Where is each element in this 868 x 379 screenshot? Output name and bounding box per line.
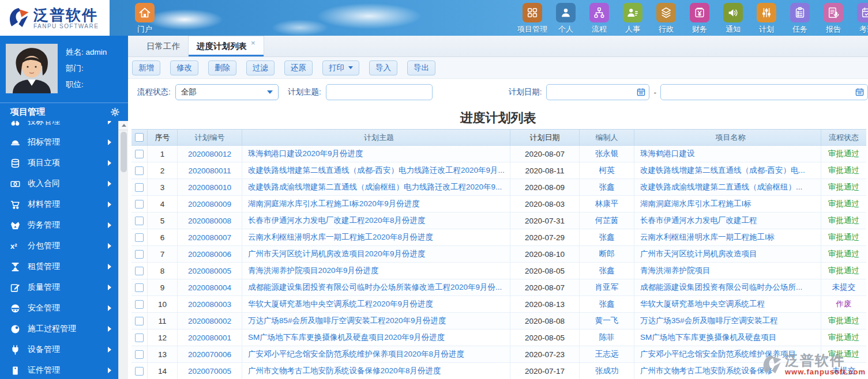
row-checkbox[interactable]	[135, 166, 144, 175]
project-name-link[interactable]: 华软大厦研究基地中央空调系统工程	[640, 299, 765, 309]
project-name-link[interactable]: 广安邓小平纪念馆安全防范系统维护保养项目	[640, 349, 796, 359]
row-checkbox[interactable]	[135, 233, 144, 242]
plan-subject-link[interactable]: SM广场地下车库更换摄像机及硬盘项目2020年9月份进度	[248, 332, 445, 343]
sidebar-item-lease-management[interactable]: 租赁管理	[0, 256, 118, 277]
author-link[interactable]: 张成功	[595, 366, 619, 376]
plan-number-link[interactable]: 2020080004	[188, 283, 231, 292]
plan-subject-link[interactable]: 青海洪湖养护院项目2020年9月份进度	[248, 266, 379, 276]
author-link[interactable]: 张鑫	[599, 182, 615, 192]
plan-number-link[interactable]: 2020080003	[188, 300, 231, 309]
tab-close-icon[interactable]: ×	[251, 39, 255, 47]
sidebar-item-project-initiation[interactable]: 项目立项	[0, 153, 118, 173]
row-checkbox[interactable]	[135, 300, 144, 309]
topnav-item-plan[interactable]: 计划	[750, 3, 783, 36]
print-button[interactable]: 打印	[322, 60, 359, 75]
status-select[interactable]: 全部	[175, 84, 279, 100]
author-link[interactable]: 断郎	[599, 249, 615, 259]
author-link[interactable]: 肖亚军	[595, 282, 619, 293]
project-name-link[interactable]: 珠海鹤港口建设	[640, 149, 695, 159]
import-button[interactable]: 导入	[369, 60, 397, 75]
author-link[interactable]: 黄一飞	[595, 316, 619, 326]
plan-subject-link[interactable]: 湖南洞庭湖水库引水工程施工I标2020年9月份进度	[248, 199, 420, 209]
tab-daily-work[interactable]: 日常工作	[138, 36, 188, 56]
scrollbar-thumb[interactable]	[121, 132, 127, 172]
row-checkbox[interactable]	[135, 283, 144, 292]
date-to-input[interactable]	[660, 84, 868, 100]
topnav-item-admin[interactable]: 行政	[649, 3, 683, 36]
row-checkbox[interactable]	[135, 217, 144, 225]
calendar-icon[interactable]	[855, 88, 864, 96]
sidebar-item-certificate-management[interactable]: 证件管理	[0, 360, 118, 379]
topnav-item-report[interactable]: 报告	[817, 3, 850, 36]
project-name-link[interactable]: 云南水利枢纽潜明水库一期工程施工I标	[640, 232, 775, 242]
plan-number-link[interactable]: 2020080002	[188, 317, 231, 325]
plan-number-link[interactable]: 2020080010	[188, 183, 231, 192]
plan-subject-link[interactable]: 广州市文物考古工地安防系统设备保修2020年8月份进度	[248, 366, 441, 376]
plan-number-link[interactable]: 2020070005	[188, 367, 231, 376]
author-link[interactable]: 王志远	[595, 349, 619, 359]
sidebar-item-material-management[interactable]: 材料管理	[0, 194, 118, 215]
date-from-input[interactable]	[546, 84, 649, 100]
sidebar-item-tender-management[interactable]: 招标管理	[0, 132, 118, 153]
row-checkbox[interactable]	[135, 200, 144, 209]
sidebar-item-income-contract[interactable]: 收入合同	[0, 173, 118, 194]
plan-subject-link[interactable]: 改建铁路线增建第二线直通线（成都-西安）电力线路迁改工程2020年9月...	[248, 165, 505, 176]
plan-number-link[interactable]: 2020080001	[188, 333, 231, 342]
calendar-icon[interactable]	[637, 88, 645, 96]
sidebar-item-equipment-management[interactable]: 设备管理	[0, 339, 118, 360]
delete-button[interactable]: 删除	[208, 60, 236, 75]
topnav-item-portal[interactable]: 门户	[128, 3, 161, 35]
plan-subject-link[interactable]: 珠海鹤港口建设2020年9月份进度	[248, 149, 363, 159]
row-checkbox[interactable]	[135, 267, 144, 275]
sidebar-item-construction-process[interactable]: 施工过程管理	[0, 319, 118, 339]
sidebar-item-subcontract-management[interactable]: x² 分包管理	[0, 236, 118, 256]
plan-subject-link[interactable]: 成都能源建设集团投资有限公司临时办公场所装修改造工程2020年9月份...	[248, 282, 502, 293]
project-name-link[interactable]: SM广场地下车库更换摄像机及硬盘项目	[640, 332, 776, 343]
project-name-link[interactable]: 湖南洞庭湖水库引水工程施工I标	[640, 199, 751, 209]
topnav-item-notice[interactable]: 通知	[716, 3, 750, 36]
project-name-link[interactable]: 改建铁路成渝线增建第二直通线（成渝枢纽）...	[640, 182, 802, 192]
project-name-link[interactable]: 长春市伊通河水力发电厂改建工程	[640, 215, 757, 226]
row-checkbox[interactable]	[135, 150, 144, 158]
topnav-item-workflow[interactable]: 流程	[583, 3, 616, 36]
project-name-link[interactable]: 广州市天河区统计局机房改造项目	[640, 249, 757, 259]
author-link[interactable]: 张鑫	[599, 266, 615, 276]
plan-number-link[interactable]: 2020080008	[188, 217, 231, 225]
row-checkbox[interactable]	[135, 183, 144, 192]
project-name-link[interactable]: 广州市文物考古工地安防系统设备保修	[640, 366, 773, 376]
author-link[interactable]: 张永银	[595, 149, 619, 159]
topnav-item-finance[interactable]: 财务	[683, 3, 716, 36]
row-checkbox[interactable]	[135, 350, 144, 359]
author-link[interactable]: 张鑫	[599, 299, 615, 309]
sidebar-item-bid-management[interactable]: 投标管理	[0, 121, 118, 132]
sidebar-item-quality-management[interactable]: 质量管理	[0, 277, 118, 298]
project-name-link[interactable]: 改建铁路线增建第二线直通线（成都-西安）电...	[640, 165, 805, 176]
author-link[interactable]: 张鑫	[599, 232, 615, 242]
plan-subject-link[interactable]: 万达广场85#会所及咖啡厅空调安装工程2020年9月份进度	[248, 316, 446, 326]
edit-button[interactable]: 修改	[170, 60, 198, 75]
gear-icon[interactable]	[110, 107, 120, 117]
sidebar-item-labor-management[interactable]: 劳务管理	[0, 215, 118, 236]
project-name-link[interactable]: 青海洪湖养护院项目	[640, 266, 711, 276]
plan-number-link[interactable]: 2020080011	[188, 166, 231, 175]
scroll-up-button[interactable]	[119, 121, 129, 130]
select-all-checkbox[interactable]	[135, 133, 144, 142]
plan-subject-link[interactable]: 改建铁路成渝线增建第二直通线（成渝枢纽）电力线路迁改工程2020年9...	[248, 182, 502, 192]
project-name-link[interactable]: 万达广场35#会所及咖啡厅空调安装工程	[640, 316, 778, 326]
plan-number-link[interactable]: 2020080009	[188, 200, 231, 209]
plan-number-link[interactable]: 2020070006	[188, 350, 231, 359]
topnav-item-task[interactable]: 任务	[783, 3, 817, 36]
plan-subject-link[interactable]: 云南水利枢纽潜明水库一期工程施工2020年8月份进度	[248, 232, 433, 242]
project-name-link[interactable]: 成都能源建设集团投资有限公司临时办公场所...	[640, 282, 802, 293]
row-checkbox[interactable]	[135, 333, 144, 342]
sidebar-scrollbar[interactable]	[118, 121, 128, 379]
topnav-item-project-management[interactable]: 项目管理	[516, 3, 549, 36]
tab-progress-plan-list[interactable]: 进度计划列表 ×	[188, 36, 264, 56]
plan-subject-link[interactable]: 广安邓小平纪念馆安全防范系统维护保养项目2020年8月份进度	[248, 349, 464, 359]
add-button[interactable]: 新增	[132, 60, 160, 75]
topnav-item-attendance[interactable]: 考勤	[850, 3, 868, 36]
sidebar-item-safety-management[interactable]: 安全管理	[0, 298, 118, 319]
author-link[interactable]: 柯英	[599, 165, 615, 176]
plan-subject-link[interactable]: 广州市天河区统计局机房改造项目2020年9月份进度	[248, 249, 426, 259]
row-checkbox[interactable]	[135, 250, 144, 259]
